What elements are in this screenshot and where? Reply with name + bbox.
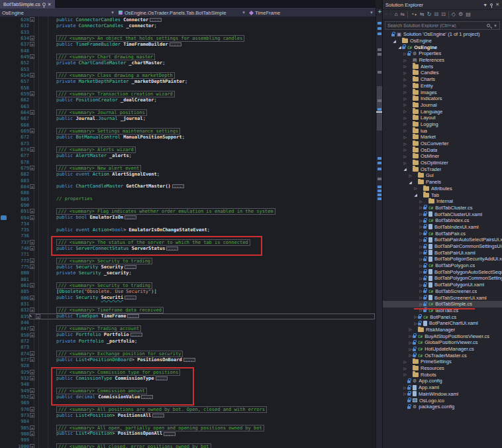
fold-expand-icon[interactable] bbox=[30, 407, 34, 412]
expand-arrow-icon[interactable]: ▷ bbox=[419, 276, 423, 280]
expand-arrow-icon[interactable]: ▷ bbox=[403, 366, 407, 370]
code-line[interactable]: 734 bbox=[0, 221, 376, 227]
pin-icon[interactable] bbox=[42, 3, 46, 6]
expand-arrow-icon[interactable]: ▷ bbox=[413, 315, 418, 319]
fold-expand-icon[interactable] bbox=[30, 357, 34, 362]
code-line[interactable]: 652private ChartCandleMaster _chartMaste… bbox=[0, 60, 376, 66]
view-code-icon[interactable]: ◇ bbox=[452, 10, 456, 19]
tree-item-bottabpair-cs[interactable]: ▷C#BotTabPair.cs bbox=[383, 230, 502, 237]
tree-item-packages-config[interactable]: ⚙packages.config bbox=[383, 404, 502, 410]
expand-arrow-icon[interactable]: ▷ bbox=[408, 347, 413, 351]
code-line[interactable]: 952public decimal CommissionValue bbox=[0, 394, 376, 400]
collapsed-region-box[interactable] bbox=[141, 395, 153, 399]
collapse-arrow-icon[interactable]: ◢ bbox=[392, 39, 397, 43]
tree-item-hotupdatemanager-cs[interactable]: ▷C#HotUpdateManager.cs bbox=[383, 346, 502, 353]
fold-expand-icon[interactable] bbox=[30, 147, 34, 152]
preview-window-icon[interactable]: ▤ bbox=[466, 10, 471, 19]
tree-item-bottabscreener-cs[interactable]: ▷C#BotTabScreener.cs bbox=[383, 288, 502, 295]
code-line[interactable]: 973public List<Position> PositionsAll bbox=[0, 412, 376, 418]
fold-expand-icon[interactable] bbox=[30, 283, 34, 288]
code-line[interactable]: 664/// <summary> Journal positions bbox=[0, 109, 376, 115]
expand-arrow-icon[interactable]: ▷ bbox=[413, 186, 418, 190]
tree-item-botpanelchartui-xaml[interactable]: ▷BotPanelChartUi.xaml bbox=[383, 320, 502, 327]
fold-expand-icon[interactable] bbox=[30, 351, 34, 356]
tree-item-journal[interactable]: ▷Journal bbox=[383, 102, 502, 109]
expand-arrow-icon[interactable]: ▷ bbox=[403, 84, 407, 87]
code-line[interactable]: 872private Portfolio _portfolio; bbox=[0, 338, 376, 344]
tree-item-references[interactable]: ▷▤References bbox=[383, 57, 502, 64]
tree-item-app-config[interactable]: ⚙App.config bbox=[383, 378, 502, 384]
tree-item-ostrader[interactable]: ◢OsTrader bbox=[383, 166, 502, 172]
expand-arrow-icon[interactable]: ▷ bbox=[403, 154, 407, 158]
tree-item-panels[interactable]: ◢Panels bbox=[383, 179, 502, 186]
fold-expand-icon[interactable] bbox=[30, 17, 34, 22]
expand-arrow-icon[interactable]: ▷ bbox=[403, 90, 407, 94]
collapsed-region-box[interactable] bbox=[170, 42, 181, 46]
tree-item-lua[interactable]: ▷lua bbox=[383, 127, 502, 134]
code-line[interactable]: 658 bbox=[0, 85, 376, 91]
collapsed-region-box[interactable] bbox=[152, 414, 164, 418]
tree-item-bottabpolygon-cs[interactable]: ▷C#BotTabPolygon.cs bbox=[383, 262, 502, 269]
fold-expand-icon[interactable] bbox=[30, 394, 34, 399]
expand-arrow-icon[interactable]: ▷ bbox=[403, 97, 407, 101]
fold-expand-icon[interactable] bbox=[30, 444, 34, 448]
tree-item-solution-osengine-1-of-1-project-[interactable]: ▣Solution 'OsEngine' (1 of 1 project) bbox=[383, 31, 502, 38]
expand-arrow-icon[interactable]: ▷ bbox=[419, 308, 423, 312]
fold-expand-icon[interactable] bbox=[30, 264, 34, 269]
fold-expand-icon[interactable] bbox=[30, 333, 34, 337]
expand-arrow-icon[interactable]: ▷ bbox=[403, 360, 407, 364]
code-line[interactable]: 831 bbox=[0, 301, 376, 307]
tree-item-oslogo-ico[interactable]: OsLogo.ico bbox=[383, 397, 502, 404]
code-line[interactable]: 949/// <summary> Commission amount bbox=[0, 388, 376, 394]
code-line[interactable]: 984 bbox=[0, 418, 376, 424]
code-line[interactable]: 678 bbox=[0, 159, 376, 165]
pending-changes-filter-icon[interactable]: ◔▼ bbox=[411, 10, 417, 19]
tree-item-riskmanager[interactable]: ▷RiskManager bbox=[383, 327, 502, 333]
tree-item-primesettings[interactable]: ▷PrimeSettings bbox=[383, 359, 502, 365]
switch-views-icon[interactable]: ⇆ bbox=[420, 10, 425, 19]
fold-expand-icon[interactable] bbox=[30, 209, 34, 213]
expand-arrow-icon[interactable]: ▷ bbox=[408, 341, 413, 345]
collapse-arrow-icon[interactable]: ◢ bbox=[413, 193, 418, 197]
collapse-all-icon[interactable]: ⊟ bbox=[434, 10, 438, 19]
expand-arrow-icon[interactable]: ▷ bbox=[403, 148, 407, 152]
code-line[interactable]: 999 bbox=[0, 437, 376, 443]
code-line[interactable]: 846 bbox=[0, 319, 376, 325]
expand-arrow-icon[interactable]: ▷ bbox=[419, 264, 423, 268]
tree-item-botpanel-cs[interactable]: ▷C#BotPanel.cs bbox=[383, 313, 502, 320]
expand-arrow-icon[interactable]: ▷ bbox=[419, 251, 423, 254]
tree-item-bottabpolygonautoselectsequenceui-xaml[interactable]: ▷BotTabPolygonAutoSelectSequenceUi.xaml bbox=[383, 268, 502, 275]
tree-item-mainwindow-xaml[interactable]: ▷MainWindow.xaml bbox=[383, 391, 502, 398]
code-line[interactable]: 688 bbox=[0, 190, 376, 196]
collapsed-region-box[interactable] bbox=[183, 358, 195, 362]
fold-expand-icon[interactable] bbox=[30, 326, 34, 331]
tree-item-app-xaml[interactable]: ▷App.xaml bbox=[383, 384, 502, 391]
code-line[interactable]: 801 bbox=[0, 276, 376, 282]
collapsed-region-box[interactable] bbox=[125, 265, 136, 269]
code-line[interactable]: 691/// <summary> Flag indicates whether … bbox=[0, 208, 376, 214]
tree-item-indicators[interactable]: ▷Indicators bbox=[383, 95, 502, 102]
code-line[interactable]: 628public ConnectorCandles Connector bbox=[0, 17, 376, 23]
collapsed-region-box[interactable] bbox=[166, 247, 178, 251]
fold-expand-icon[interactable] bbox=[30, 215, 34, 220]
expand-arrow-icon[interactable]: ▷ bbox=[419, 296, 423, 300]
code-line[interactable]: 649/// <summary> Chart drawing master bbox=[0, 54, 376, 60]
tree-item-bottabpolygoncommonsettingsui-xaml[interactable]: ▷BotTabPolygonCommonSettingsUi.xaml bbox=[383, 275, 502, 282]
tree-item-resources[interactable]: ▷Resources bbox=[383, 365, 502, 372]
expand-arrow-icon[interactable]: ▷ bbox=[419, 245, 423, 249]
tree-item-buyatstoppositionsviewer-cs[interactable]: ▷C#BuyAtStopPositionsViewer.cs bbox=[383, 333, 502, 339]
fold-expand-icon[interactable] bbox=[30, 376, 34, 380]
code-line[interactable]: 877public List<PositionOnBoard> Position… bbox=[0, 357, 376, 363]
fold-expand-icon[interactable] bbox=[30, 431, 34, 436]
tree-item-logging[interactable]: ▷Logging bbox=[383, 121, 502, 128]
tree-item-bottabpaircommonsettingsui-xaml[interactable]: ▷BotTabPairCommonSettingsUi.xaml bbox=[383, 243, 502, 250]
sync-with-active-document-icon[interactable]: ⇋ bbox=[401, 10, 405, 19]
refresh-icon[interactable]: ↻ bbox=[427, 10, 432, 19]
tree-item-bottabindex-cs[interactable]: ▷C#BotTabIndex.cs bbox=[383, 217, 502, 224]
forward-icon[interactable]: ◦ bbox=[390, 10, 392, 19]
fold-expand-icon[interactable] bbox=[30, 246, 34, 251]
code-line[interactable]: 835✎public TimeSpan TimeFrame bbox=[0, 313, 376, 319]
tree-item-internal[interactable]: ▷Internal bbox=[383, 198, 502, 205]
tree-item-osengine[interactable]: ◢C#OsEngine bbox=[383, 44, 502, 50]
tree-item-bottabindexui-xaml[interactable]: ▷BotTabIndexUi.xaml bbox=[383, 224, 502, 231]
